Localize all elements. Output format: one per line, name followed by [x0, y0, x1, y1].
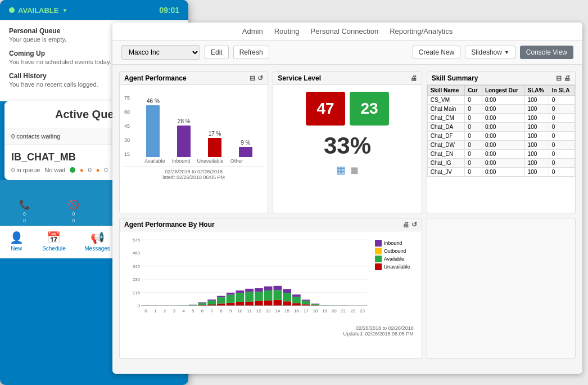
legend-unavailable-label: Unavailable	[384, 264, 410, 270]
bar-other-rect	[239, 147, 252, 157]
svg-text:0: 0	[144, 308, 147, 314]
legend-available-label: Available	[384, 256, 404, 262]
legend-available-color	[375, 256, 382, 262]
skill-print-icon[interactable]: 🖨	[564, 74, 571, 82]
agent-perf-hour-title: Agent Performance By Hour	[124, 221, 215, 229]
status-label: AVAILABLE	[18, 6, 58, 15]
table-row: Chat_DF00:001000	[427, 132, 575, 141]
slideshow-button[interactable]: Slideshow ▼	[465, 46, 515, 59]
nav-personal-connection[interactable]: Personal Connection	[310, 27, 378, 35]
svg-rect-55	[264, 290, 273, 300]
svg-rect-42	[236, 302, 245, 305]
svg-rect-32	[207, 299, 216, 301]
agent-performance-header: Agent Performance ⊟ ↺	[120, 72, 268, 85]
skill-table-container: Skill Name Cur Longest Dur SLA% In SLA C…	[427, 85, 575, 177]
calls-icon-group: 📞 0 0	[19, 199, 30, 223]
messages-icon: 📢	[91, 231, 105, 244]
agent-performance-body: 7560453015 46 % 28 % 17 %	[120, 85, 268, 187]
console-view-button[interactable]: Console View	[520, 46, 573, 59]
refresh-icon[interactable]: ↺	[257, 74, 263, 82]
table-row: Chat Main00:001000	[427, 105, 575, 114]
dashboard: Admin Routing Personal Connection Report…	[112, 23, 582, 374]
sl-print-icon[interactable]: 🖨	[410, 74, 417, 82]
bar-unavailable: 17 %	[203, 131, 227, 157]
nav-schedule[interactable]: 📅 Schedule	[42, 231, 66, 252]
hour-date-range: 02/26/2018 to 02/26/2018	[356, 325, 414, 331]
svg-rect-47	[245, 292, 254, 301]
bar-other: 9 %	[233, 140, 257, 157]
dropdown-icon[interactable]: ▼	[62, 7, 67, 14]
skill-table: Skill Name Cur Longest Dur SLA% In SLA C…	[427, 85, 575, 177]
service-level-body: 47 23 33% ▦ ◼	[273, 85, 421, 183]
block-icon: 🚫	[68, 199, 79, 210]
agent-perf-hour-widget: Agent Performance By Hour 🖨 ↺ Inbound	[119, 218, 422, 359]
status-time: 09:01	[159, 6, 179, 15]
indicator-orange-count: ●	[80, 167, 84, 173]
contacts-waiting: 0 contacts waiting	[11, 133, 60, 140]
refresh-button[interactable]: Refresh	[233, 46, 269, 59]
svg-rect-51	[255, 292, 263, 301]
svg-text:2: 2	[164, 308, 166, 314]
skill-summary-header: Skill Summary ⊟ 🖨	[427, 72, 575, 85]
indicator-orange2-count: ●	[96, 167, 100, 173]
svg-text:6: 6	[201, 308, 204, 314]
svg-text:14: 14	[275, 308, 280, 314]
nav-reporting[interactable]: Reporting/Analytics	[390, 27, 453, 35]
legend-outbound: Outbound	[375, 248, 410, 254]
edit-button[interactable]: Edit	[205, 46, 229, 59]
create-new-button[interactable]: Create New	[413, 46, 460, 59]
svg-text:1: 1	[154, 308, 157, 314]
svg-text:11: 11	[247, 308, 252, 314]
svg-text:5: 5	[192, 308, 195, 314]
svg-rect-75	[311, 304, 320, 305]
svg-rect-72	[302, 299, 310, 301]
hour-refresh-icon[interactable]: ↺	[411, 221, 417, 229]
bar-available-rect	[146, 105, 160, 157]
sl-boxes: 47 23	[306, 92, 389, 126]
nav-messages-label: Messages	[84, 245, 110, 252]
availability-status[interactable]: AVAILABLE ▼	[9, 6, 67, 15]
svg-text:115: 115	[133, 290, 141, 295]
widget-icons: ⊟ ↺	[250, 74, 263, 82]
nav-admin[interactable]: Admin	[242, 27, 263, 35]
table-row: Chat_IG00:001000	[427, 159, 575, 168]
skill-summary-widget: Skill Summary ⊟ 🖨 Skill Name Cur Longest…	[427, 71, 576, 213]
svg-rect-76	[311, 303, 320, 304]
svg-rect-38	[227, 302, 235, 305]
service-level-title: Service Level	[278, 74, 321, 82]
hour-print-icon[interactable]: 🖨	[402, 221, 409, 229]
ap-date-range: 02/26/2018 to 02/26/2018 lated: 02/26/20…	[124, 166, 263, 182]
agent-perf-hour-header: Agent Performance By Hour 🖨 ↺	[120, 218, 422, 231]
company-select[interactable]: Maxco Inc	[121, 45, 200, 60]
svg-rect-66	[292, 303, 301, 305]
status-dot	[9, 7, 15, 13]
svg-text:18: 18	[313, 308, 318, 314]
nav-new[interactable]: 👤 New	[10, 231, 24, 252]
svg-rect-40	[227, 293, 235, 295]
svg-text:22: 22	[350, 308, 355, 314]
skill-settings-icon[interactable]: ⊟	[556, 74, 562, 82]
print-icon[interactable]: ⊟	[250, 74, 255, 82]
chart-type-gauge[interactable]: ◼	[350, 164, 359, 176]
phone-icon: 📞	[19, 199, 30, 210]
svg-text:21: 21	[341, 308, 346, 314]
bar-inbound-rect	[177, 126, 191, 157]
svg-text:460: 460	[133, 250, 141, 256]
svg-rect-48	[245, 288, 254, 292]
table-row: Chat_JV00:001000	[427, 168, 575, 177]
slideshow-dropdown-icon[interactable]: ▼	[504, 50, 509, 55]
nav-routing[interactable]: Routing	[274, 27, 300, 35]
chart-type-bar[interactable]: ▦	[336, 164, 346, 176]
block-icon-group: 🚫 0 0	[68, 199, 79, 223]
nav-messages[interactable]: 📢 Messages	[84, 231, 110, 252]
svg-rect-46	[245, 301, 254, 305]
svg-rect-62	[283, 301, 291, 306]
col-cur: Cur	[465, 86, 482, 96]
skill-summary-title: Skill Summary	[432, 74, 478, 82]
svg-rect-44	[236, 290, 245, 293]
service-level-widget: Service Level 🖨 47 23 33% ▦ ◼	[273, 71, 422, 213]
svg-text:13: 13	[266, 308, 271, 314]
dashboard-grid: Agent Performance ⊟ ↺ 7560453015 46 %	[112, 65, 582, 365]
svg-rect-31	[207, 300, 216, 304]
svg-text:4: 4	[182, 308, 185, 314]
